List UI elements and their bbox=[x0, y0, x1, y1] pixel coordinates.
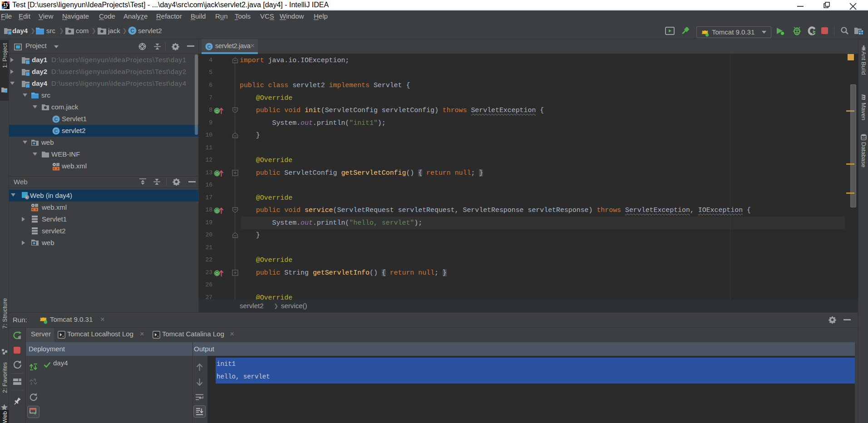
svg-text:C: C bbox=[54, 128, 58, 134]
svg-text:O: O bbox=[215, 271, 218, 276]
svg-text:O: O bbox=[215, 172, 218, 176]
svg-text:C: C bbox=[207, 44, 211, 49]
svg-text:O: O bbox=[215, 109, 218, 113]
svg-text:C: C bbox=[54, 117, 58, 122]
svg-text:C: C bbox=[130, 28, 134, 34]
svg-text:O: O bbox=[215, 209, 218, 213]
